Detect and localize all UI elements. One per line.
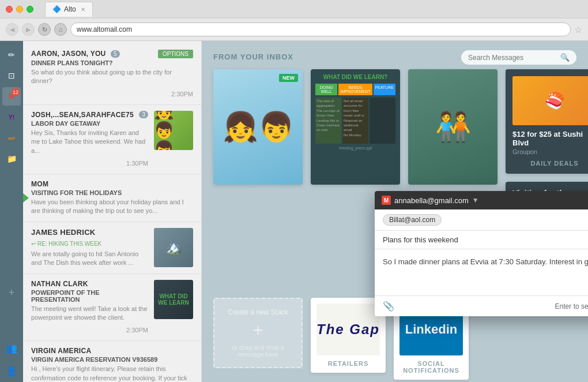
sidebar-icon-profile[interactable]: 👤 bbox=[2, 362, 21, 380]
compose-footer: 📎 Enter to send ✓ bbox=[375, 295, 588, 316]
what-rows: The idea of aggregationThe concept of Sm… bbox=[315, 98, 395, 144]
sidebar-icon-aol[interactable]: aol bbox=[2, 129, 21, 147]
main-content: 🔍 FROM YOUR INBOX 👧👦 NEW WHAT DID WE LEA… bbox=[202, 41, 588, 382]
back-button[interactable]: ◀ bbox=[6, 23, 18, 36]
email-subject: DINNER PLANS TONIGHT? bbox=[31, 59, 193, 66]
email-from: James Hedrick bbox=[31, 228, 96, 237]
email-item[interactable]: James Hedrick ↩ RE: HIKING THIS WEEK We … bbox=[23, 222, 201, 274]
email-item[interactable]: Josh,...Sean,SarahFace75 3 LABOR DAY GET… bbox=[23, 105, 201, 174]
folder-icon: 📁 bbox=[7, 154, 17, 163]
photo-content: 👧👦 bbox=[223, 110, 294, 144]
sidebar-icon-inbox[interactable]: ⊡ bbox=[2, 66, 21, 85]
send-section: Enter to send ✓ bbox=[555, 302, 588, 311]
sidebar-icon-folders[interactable]: 📁 bbox=[2, 149, 21, 168]
inbox-icon: ⊡ bbox=[8, 71, 15, 80]
options-button[interactable]: OPTIONS bbox=[158, 50, 193, 58]
email-subject: LABOR DAY GETAWAY bbox=[31, 120, 148, 127]
browser-chrome: 🔷 Alto ✕ ◀ ▶ ↻ ⌂ www.altomail.com ☆ bbox=[0, 0, 588, 41]
home-button[interactable]: ⌂ bbox=[54, 23, 67, 36]
email-header: Mom bbox=[31, 180, 193, 188]
url-bar[interactable]: www.altomail.com bbox=[70, 23, 571, 36]
email-subject: POWERPOINT OF THE PRESENTATION bbox=[31, 289, 148, 303]
aol-icon: aol bbox=[8, 136, 15, 141]
deal-subtitle: Groupon bbox=[512, 148, 588, 155]
new-stack-label: Create a new Stack bbox=[224, 308, 292, 316]
email-item[interactable]: Nathan Clark POWERPOINT OF THE PRESENTAT… bbox=[23, 274, 201, 342]
yahoo-icon: Y! bbox=[9, 114, 14, 121]
retailers-label: RETAILERS bbox=[316, 360, 380, 367]
search-icon: 🔍 bbox=[560, 53, 570, 62]
app-container: ✏ ⊡ M 12 Y! aol 📁 + 👥 👤 bbox=[0, 41, 588, 382]
inbox-photo-card-2[interactable]: 🧑‍🤝‍🧑 bbox=[408, 69, 497, 185]
email-subject: VIRGIN AMERICA RESERVATION V936589 bbox=[31, 356, 193, 363]
new-stack-card[interactable]: Create a new Stack + or drag and drop a … bbox=[213, 298, 303, 368]
sidebar-icon-add[interactable]: + bbox=[2, 283, 21, 302]
compose-message-field[interactable]: So I made dinner plans at Evvia at 7:30 … bbox=[375, 249, 588, 295]
email-subject: VISITING FOR THE HOLIDAYS bbox=[31, 189, 193, 196]
what-card[interactable]: WHAT DID WE LEARN? DOING WELL NEEDS IMPR… bbox=[311, 69, 400, 185]
sidebar-icon-yahoo[interactable]: Y! bbox=[2, 108, 21, 126]
email-preview: Hey Sis, Thanks for inviting Karen and m… bbox=[31, 129, 148, 155]
to-chip[interactable]: Billat@aol.com bbox=[383, 214, 442, 226]
compose-subject-field[interactable]: Plans for this weekend bbox=[375, 231, 588, 249]
email-thumbnail: 👧👦👦 bbox=[154, 111, 193, 150]
attach-button[interactable]: 📎 bbox=[383, 301, 394, 312]
sidebar-icon-gmail[interactable]: M 12 bbox=[2, 87, 21, 106]
maximize-button[interactable] bbox=[27, 6, 33, 13]
new-badge: NEW bbox=[279, 74, 298, 82]
gap-image: The Gap bbox=[316, 304, 380, 355]
email-count: 3 bbox=[139, 111, 148, 118]
email-from: Aaron, Jason, You bbox=[31, 50, 106, 58]
send-label: Enter to send bbox=[555, 302, 588, 310]
email-re-label: ↩ RE: HIKING THIS WEEK bbox=[31, 241, 101, 247]
meeting-label: meeting_press.ppt bbox=[315, 146, 395, 150]
email-count: 5 bbox=[111, 50, 120, 58]
daily-deal-card[interactable]: 🍣 $12 for $25 at Sushi Blvd Groupon DAIL… bbox=[506, 69, 588, 174]
gap-logo: The Gap bbox=[316, 321, 380, 338]
browser-tab[interactable]: 🔷 Alto ✕ bbox=[45, 2, 93, 17]
compose-account: M annabella@gmail.com ▼ bbox=[382, 196, 479, 205]
what-columns: DOING WELL NEEDS IMPROVEMENT FEATURE bbox=[315, 84, 395, 95]
email-preview: So what do you think about going up to t… bbox=[31, 68, 193, 86]
inbox-photo-card-1[interactable]: 👧👦 NEW bbox=[213, 69, 303, 185]
minimize-button[interactable] bbox=[16, 6, 23, 13]
email-header: James Hedrick bbox=[31, 228, 148, 237]
sidebar-icon-compose[interactable]: ✏ bbox=[2, 46, 21, 64]
social-label: SOCIAL NOTIFICATIONS bbox=[399, 360, 463, 374]
close-button[interactable] bbox=[6, 6, 13, 13]
search-bar: 🔍 bbox=[461, 50, 576, 65]
email-preview: Hi , Here's your flight itinerary. Pleas… bbox=[31, 365, 193, 382]
email-time: 2:30PM bbox=[171, 91, 193, 98]
people-icon: 👥 bbox=[6, 343, 17, 354]
email-from: Mom bbox=[31, 180, 48, 188]
email-from: Nathan Clark bbox=[31, 280, 88, 288]
email-item[interactable]: Virgin America VIRGIN AMERICA RESERVATIO… bbox=[23, 341, 201, 382]
tab-favicon: 🔷 bbox=[52, 5, 61, 13]
deal-title: $12 for $25 at Sushi Blvd bbox=[512, 130, 588, 147]
new-stack-sub: or drag and drop a message here bbox=[224, 344, 292, 358]
compose-icon: ✏ bbox=[8, 50, 15, 59]
email-item[interactable]: OPTIONS Aaron, Jason, You 5 DINNER PLANS… bbox=[23, 41, 201, 105]
compose-dropdown-icon[interactable]: ▼ bbox=[472, 196, 479, 204]
email-header: Josh,...Sean,SarahFace75 3 bbox=[31, 111, 148, 119]
tab-title: Alto bbox=[64, 5, 76, 13]
unread-marker bbox=[23, 193, 29, 203]
reload-button[interactable]: ↻ bbox=[38, 23, 51, 36]
compose-header: M annabella@gmail.com ▼ ⤢ ✕ bbox=[375, 191, 588, 209]
email-preview: The meeting went well! Take a look at th… bbox=[31, 305, 148, 323]
new-stack-plus-icon: + bbox=[224, 321, 292, 339]
profile-icon: 👤 bbox=[6, 366, 17, 377]
forward-button[interactable]: ▶ bbox=[22, 23, 35, 36]
bookmark-button[interactable]: ☆ bbox=[574, 24, 582, 35]
gmail-compose-icon: M bbox=[382, 196, 391, 205]
email-time: 1:30PM bbox=[126, 160, 148, 167]
sidebar: ✏ ⊡ M 12 Y! aol 📁 + 👥 👤 bbox=[0, 41, 23, 382]
email-time: 2:30PM bbox=[126, 327, 148, 334]
url-text: www.altomail.com bbox=[77, 25, 132, 33]
email-item[interactable]: Mom VISITING FOR THE HOLIDAYS Have you b… bbox=[23, 174, 201, 222]
search-input[interactable] bbox=[468, 54, 560, 62]
tab-close-button[interactable]: ✕ bbox=[81, 6, 85, 13]
deals-label: DAILY DEALS bbox=[512, 160, 588, 167]
add-icon: + bbox=[9, 287, 15, 299]
sidebar-icon-people[interactable]: 👥 bbox=[2, 339, 21, 357]
